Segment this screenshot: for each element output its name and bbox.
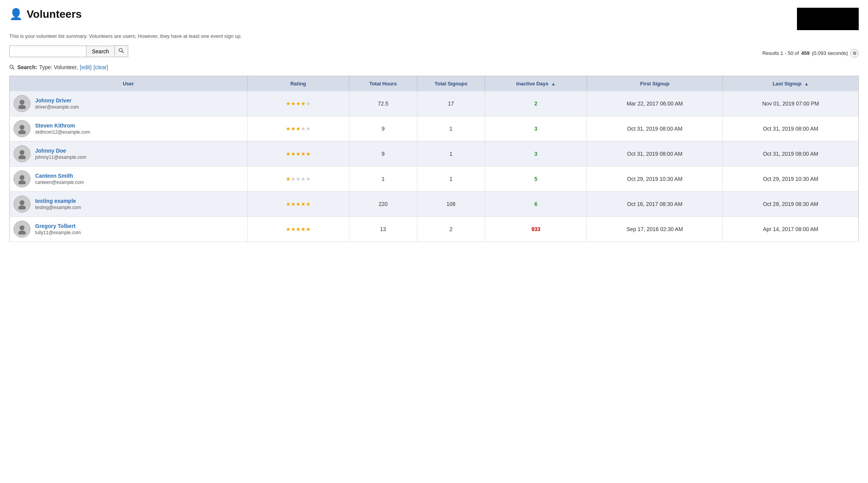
avatar-4 <box>14 196 31 213</box>
hours-cell-4: 220 <box>349 192 417 217</box>
last-signup-cell-3: Oct 29, 2019 10:30 AM <box>723 167 859 192</box>
avatar-1 <box>14 120 31 137</box>
search-magnifier-button[interactable] <box>115 45 128 57</box>
svg-point-11 <box>18 180 26 185</box>
rating-cell-3: ★★★★★ <box>247 167 349 192</box>
last-signup-cell-5: Apr 14, 2017 08:00 AM <box>723 217 859 242</box>
table-row: Johnny Doe johnny11@example.com ★★★★★ 9 … <box>10 141 859 167</box>
inactive-sort-arrow: ▲ <box>551 82 556 86</box>
inactive-cell-1: 3 <box>485 116 587 141</box>
signups-cell-1: 1 <box>417 116 485 141</box>
svg-point-12 <box>20 200 25 205</box>
user-email-4: testing@example.com <box>35 205 81 210</box>
search-filter-value: Type: Volunteer, <box>39 64 78 70</box>
user-email-5: tully11@example.com <box>35 230 81 235</box>
table-row: Gregory Tolbert tully11@example.com ★★★★… <box>10 217 859 242</box>
search-filter-bar: Search: Type: Volunteer, [edit] [clear] <box>9 64 859 70</box>
rating-cell-5: ★★★★★ <box>247 217 349 242</box>
rating-cell-1: ★★★★★ <box>247 116 349 141</box>
user-email-2: johnny11@example.com <box>35 155 86 160</box>
black-box <box>797 8 859 30</box>
inactive-cell-5: 933 <box>485 217 587 242</box>
svg-point-10 <box>20 175 25 180</box>
signups-cell-4: 108 <box>417 192 485 217</box>
user-name-3[interactable]: Canteen Smith <box>35 173 73 179</box>
table-row: Steven Kithrom skithrom12@example.com ★★… <box>10 116 859 141</box>
rating-cell-2: ★★★★★ <box>247 141 349 167</box>
first-signup-cell-0: Mar 22, 2017 06:00 AM <box>587 91 723 116</box>
inactive-cell-3: 5 <box>485 167 587 192</box>
svg-line-3 <box>13 68 14 70</box>
signups-cell-2: 1 <box>417 141 485 167</box>
user-email-1: skithrom12@example.com <box>35 129 90 135</box>
col-header-inactive-days[interactable]: Inactive Days ▲ <box>485 76 587 92</box>
magnifier-icon <box>119 48 124 53</box>
inactive-cell-4: 6 <box>485 192 587 217</box>
user-name-1[interactable]: Steven Kithrom <box>35 122 75 129</box>
results-info: Results 1 - 50 of 459 (0.093 seconds) ⚙ <box>762 49 859 58</box>
last-signup-cell-2: Oct 31, 2019 08:00 AM <box>723 141 859 167</box>
last-signup-cell-4: Oct 28, 2019 08:30 AM <box>723 192 859 217</box>
results-count: 459 <box>801 50 810 56</box>
col-header-rating[interactable]: Rating <box>247 76 349 92</box>
svg-point-7 <box>18 130 26 134</box>
user-email-0: driver@example.com <box>35 104 79 110</box>
page-subtitle: This is your volunteer list summary. Vol… <box>9 33 859 39</box>
hours-cell-3: 1 <box>349 167 417 192</box>
user-cell-2: Johnny Doe johnny11@example.com <box>10 141 248 167</box>
user-email-3: canteen@example.com <box>35 180 84 185</box>
user-name-0[interactable]: Johnny Driver <box>35 97 71 104</box>
user-name-2[interactable]: Johnny Doe <box>35 148 66 154</box>
signups-cell-0: 17 <box>417 91 485 116</box>
svg-point-14 <box>20 225 25 230</box>
user-cell-4: testing example testing@example.com <box>10 192 248 217</box>
col-header-total-signups[interactable]: Total Signups <box>417 76 485 92</box>
svg-point-6 <box>20 125 25 130</box>
inactive-cell-0: 2 <box>485 91 587 116</box>
first-signup-cell-1: Oct 31, 2019 08:00 AM <box>587 116 723 141</box>
svg-point-15 <box>18 231 26 235</box>
svg-point-13 <box>18 206 26 210</box>
hours-cell-0: 72.5 <box>349 91 417 116</box>
signups-cell-5: 2 <box>417 217 485 242</box>
first-signup-cell-4: Oct 16, 2017 08:30 AM <box>587 192 723 217</box>
last-signup-cell-0: Nov 01, 2019 07:00 PM <box>723 91 859 116</box>
table-header-row: User Rating Total Hours Total Signups In… <box>10 76 859 92</box>
table-row: Johnny Driver driver@example.com ★★★★★ 7… <box>10 91 859 116</box>
last-signup-sort-arrow: ▲ <box>804 82 809 86</box>
user-name-5[interactable]: Gregory Tolbert <box>35 223 76 229</box>
hours-cell-5: 13 <box>349 217 417 242</box>
hours-cell-2: 9 <box>349 141 417 167</box>
col-header-total-hours[interactable]: Total Hours <box>349 76 417 92</box>
col-header-last-signup[interactable]: Last Signup ▲ <box>723 76 859 92</box>
user-name-4[interactable]: testing example <box>35 198 76 204</box>
search-input[interactable] <box>9 46 86 57</box>
search-clear-link[interactable]: [clear] <box>93 64 108 70</box>
user-cell-3: Canteen Smith canteen@example.com <box>10 167 248 192</box>
signups-cell-3: 1 <box>417 167 485 192</box>
user-cell-5: Gregory Tolbert tully11@example.com <box>10 217 248 242</box>
page-title: 👤 Volunteers <box>9 8 82 20</box>
search-filter-label: Search: <box>17 64 37 70</box>
hours-cell-1: 9 <box>349 116 417 141</box>
user-cell-0: Johnny Driver driver@example.com <box>10 91 248 116</box>
results-settings-icon[interactable]: ⚙ <box>850 49 859 58</box>
col-header-first-signup[interactable]: First Signup <box>587 76 723 92</box>
avatar-3 <box>14 170 31 187</box>
search-filter-icon <box>9 65 15 70</box>
rating-cell-0: ★★★★★ <box>247 91 349 116</box>
volunteers-table: User Rating Total Hours Total Signups In… <box>9 76 859 242</box>
svg-point-4 <box>20 100 25 105</box>
svg-line-1 <box>122 51 124 53</box>
person-icon: 👤 <box>9 8 23 20</box>
svg-point-5 <box>18 105 26 109</box>
first-signup-cell-3: Oct 29, 2019 10:30 AM <box>587 167 723 192</box>
search-edit-link[interactable]: [edit] <box>80 64 92 70</box>
search-button[interactable]: Search <box>86 46 115 57</box>
rating-cell-4: ★★★★★ <box>247 192 349 217</box>
col-header-user[interactable]: User <box>10 76 248 92</box>
user-cell-1: Steven Kithrom skithrom12@example.com <box>10 116 248 141</box>
table-row: Canteen Smith canteen@example.com ★★★★★ … <box>10 167 859 192</box>
inactive-cell-2: 3 <box>485 141 587 167</box>
first-signup-cell-5: Sep 17, 2016 02:30 AM <box>587 217 723 242</box>
